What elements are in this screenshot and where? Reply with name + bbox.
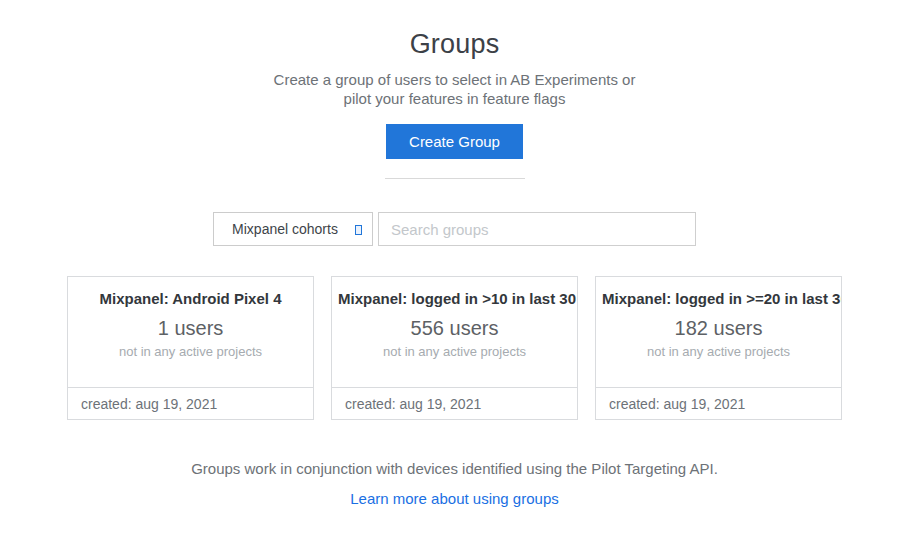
filter-controls: Mixpanel cohorts [0,212,909,246]
group-card-status: not in any active projects [596,344,841,359]
dropdown-indicator-icon [355,225,362,235]
footer-link-wrap: Learn more about using groups [0,490,909,508]
group-card-status: not in any active projects [68,344,313,359]
group-card-main: Mixpanel: Android Pixel 4 1 users not in… [68,277,313,387]
page-header: Groups Create a group of users to select… [0,0,909,159]
group-card-status: not in any active projects [332,344,577,359]
page-subtitle: Create a group of users to select in AB … [0,70,909,108]
group-card-title: Mixpanel: logged in >=20 in last 30... [596,290,841,307]
group-card-created: created: aug 19, 2021 [332,387,577,419]
group-card-users-count: 556 users [332,317,577,340]
cohort-source-dropdown-value: Mixpanel cohorts [232,221,354,237]
cohort-source-dropdown[interactable]: Mixpanel cohorts [213,212,373,246]
group-card-created: created: aug 19, 2021 [68,387,313,419]
page-subtitle-line-2: pilot your features in feature flags [0,89,909,108]
group-card-main: Mixpanel: logged in >=20 in last 30... 1… [596,277,841,387]
header-divider [385,178,525,179]
groups-info-text: Groups work in conjunction with devices … [0,460,909,477]
learn-more-link[interactable]: Learn more about using groups [350,490,558,507]
group-card-main: Mixpanel: logged in >10 in last 30 ... 5… [332,277,577,387]
page-subtitle-line-1: Create a group of users to select in AB … [0,70,909,89]
group-cards-row: Mixpanel: Android Pixel 4 1 users not in… [0,276,909,420]
group-card-users-count: 182 users [596,317,841,340]
group-card-users-count: 1 users [68,317,313,340]
group-card[interactable]: Mixpanel: logged in >=20 in last 30... 1… [595,276,842,420]
group-card[interactable]: Mixpanel: Android Pixel 4 1 users not in… [67,276,314,420]
create-group-button[interactable]: Create Group [386,124,523,159]
group-card-title: Mixpanel: logged in >10 in last 30 ... [332,290,577,307]
group-card-title: Mixpanel: Android Pixel 4 [68,290,313,307]
page-title: Groups [0,29,909,60]
group-card[interactable]: Mixpanel: logged in >10 in last 30 ... 5… [331,276,578,420]
group-card-created: created: aug 19, 2021 [596,387,841,419]
groups-page: Groups Create a group of users to select… [0,0,909,558]
search-groups-input[interactable] [378,212,696,246]
